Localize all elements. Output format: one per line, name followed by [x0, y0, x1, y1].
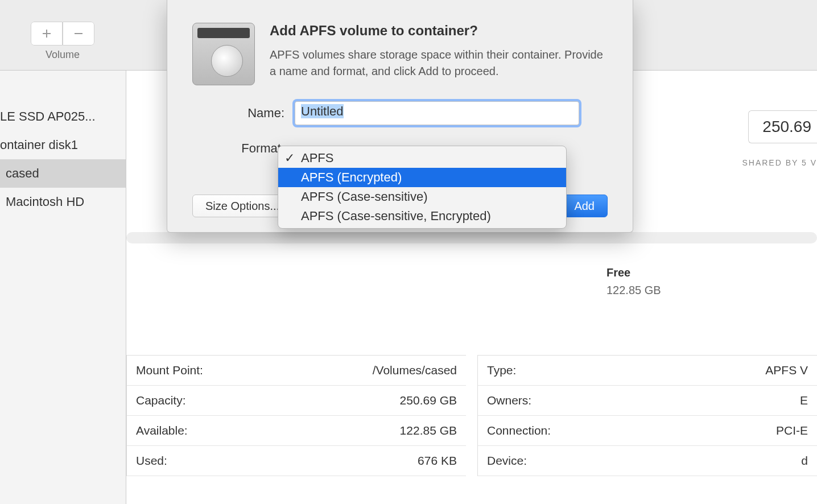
sheet-description: APFS volumes share storage space within …	[270, 47, 608, 80]
info-row: Available:122.85 GB	[127, 416, 466, 446]
free-label: Free	[606, 266, 661, 279]
remove-volume-button[interactable]	[63, 22, 94, 46]
sidebar: LE SSD AP025... ontainer disk1 cased Mac…	[0, 71, 126, 504]
name-label: Name:	[192, 106, 295, 121]
info-row: Device:d	[478, 446, 817, 476]
name-input[interactable]: Untitled	[295, 101, 579, 125]
add-volume-sheet: Add APFS volume to container? APFS volum…	[167, 0, 633, 233]
sheet-title: Add APFS volume to container?	[270, 23, 608, 39]
info-row: Connection:PCI-E	[478, 416, 817, 446]
hard-drive-icon	[192, 23, 255, 85]
info-row: Capacity:250.69 GB	[127, 386, 466, 416]
add-volume-button[interactable]	[31, 22, 63, 46]
usage-bar	[126, 232, 817, 243]
volume-label: Volume	[46, 49, 80, 61]
info-row: Used:676 KB	[127, 446, 466, 476]
plus-icon	[41, 28, 52, 39]
sidebar-item-macintosh-hd[interactable]: Macintosh HD	[0, 188, 126, 216]
info-col-right: Type:APFS V Owners:E Connection:PCI-E De…	[477, 355, 817, 476]
sidebar-item-disk[interactable]: LE SSD AP025...	[0, 102, 126, 131]
format-option-apfs-case-sensitive[interactable]: APFS (Case-sensitive)	[278, 187, 566, 206]
info-row: Type:APFS V	[478, 356, 817, 386]
info-row: Owners:E	[478, 386, 817, 416]
sidebar-item-container[interactable]: ontainer disk1	[0, 131, 126, 159]
info-col-left: Mount Point:/Volumes/cased Capacity:250.…	[126, 355, 466, 476]
volume-group: Volume	[31, 22, 94, 61]
info-row: Mount Point:/Volumes/cased	[127, 356, 466, 386]
format-option-apfs[interactable]: ✓ APFS	[278, 148, 566, 168]
format-option-apfs-case-sensitive-encrypted[interactable]: APFS (Case-sensitive, Encrypted)	[278, 206, 566, 226]
format-dropdown[interactable]: ✓ APFS APFS (Encrypted) APFS (Case-sensi…	[278, 146, 567, 229]
sidebar-item-cased[interactable]: cased	[0, 159, 126, 188]
minus-icon	[73, 28, 84, 39]
free-value: 122.85 GB	[606, 284, 661, 297]
add-button[interactable]: Add	[561, 195, 608, 217]
capacity-badge: 250.69	[748, 110, 817, 143]
check-icon: ✓	[284, 151, 295, 166]
info-grid: Mount Point:/Volumes/cased Capacity:250.…	[126, 355, 817, 476]
usage-free: Free 122.85 GB	[606, 266, 661, 297]
format-option-apfs-encrypted[interactable]: APFS (Encrypted)	[278, 168, 566, 187]
capacity-shared-label: SHARED BY 5 V	[742, 158, 817, 167]
